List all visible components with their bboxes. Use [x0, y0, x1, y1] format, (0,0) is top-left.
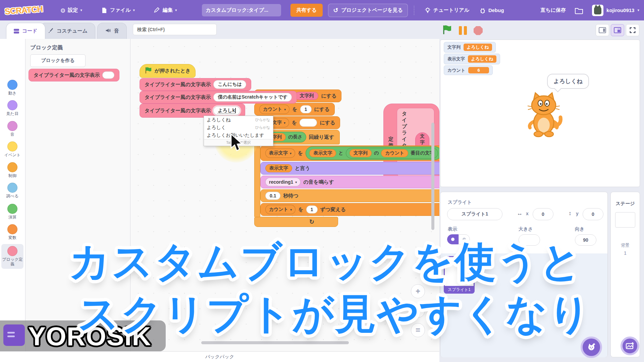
- overlay-caption-line2: スクリプトが見やすくなり: [78, 287, 591, 342]
- block-argument-slot[interactable]: [102, 71, 114, 79]
- share-button[interactable]: 共有する: [290, 4, 323, 17]
- overlay-caption-line1: カスタムブロックを使うと: [69, 235, 582, 290]
- category-color-dot: [7, 141, 17, 152]
- folder-icon[interactable]: [575, 7, 583, 14]
- make-block-button[interactable]: ブロックを作る: [30, 54, 86, 67]
- palette-header: ブロック定義: [30, 44, 63, 51]
- tab-bar: コード コスチューム 音: [0, 20, 439, 39]
- text-argument-editing[interactable]: よろしk: [213, 106, 240, 115]
- sound-dropdown[interactable]: recording1▾: [265, 178, 301, 186]
- category-events[interactable]: イベント: [1, 141, 23, 158]
- variable-dropdown[interactable]: カウント▾: [259, 105, 289, 114]
- account-menu[interactable]: kojirou0913 ▾: [592, 0, 639, 20]
- debug-menu[interactable]: Debug: [475, 0, 508, 20]
- category-sensing[interactable]: 調べる: [1, 183, 23, 199]
- stop-button[interactable]: [474, 26, 483, 35]
- size-label: 大きさ: [519, 226, 533, 232]
- stage-selector[interactable]: ステージ 背景 1: [610, 192, 640, 357]
- value-input[interactable]: [300, 119, 317, 127]
- variable-reporter[interactable]: 表示文字: [265, 164, 292, 172]
- category-color-dot: [7, 100, 17, 110]
- chevron-down-icon: ▾: [133, 8, 135, 12]
- edit-menu[interactable]: 編集 ▾: [150, 0, 181, 20]
- wait-block[interactable]: 0.1 秒待つ: [260, 189, 439, 202]
- y-input[interactable]: 0: [583, 208, 603, 220]
- tab-code[interactable]: コード: [6, 23, 45, 39]
- vertical-scrollbar[interactable]: [431, 123, 434, 230]
- backpack-bar[interactable]: バックパック: [0, 351, 439, 362]
- save-now-link[interactable]: 直ちに保存: [540, 0, 566, 20]
- project-title-input[interactable]: カスタムブロック:タイプ...: [202, 4, 281, 16]
- fullscreen-button[interactable]: [626, 24, 639, 36]
- variable-dropdown[interactable]: 表示文字▾: [265, 148, 295, 158]
- large-stage-button[interactable]: [611, 24, 624, 36]
- variable-reporter[interactable]: 表示文字: [309, 149, 336, 157]
- param-reporter[interactable]: 文字列: [295, 92, 318, 100]
- small-stage-button[interactable]: [596, 24, 609, 36]
- category-sound[interactable]: 音: [1, 121, 23, 137]
- value-input[interactable]: 1: [300, 105, 312, 113]
- value-input[interactable]: 0.1: [265, 192, 280, 200]
- sprite-name-input[interactable]: スプライト1: [447, 208, 502, 220]
- text-caret: [235, 108, 236, 113]
- ime-candidate[interactable]: よろしくねひらがな: [204, 116, 273, 124]
- ime-candidate[interactable]: よろしくひらがな: [204, 124, 273, 131]
- set-variable-block[interactable]: カウント▾ を 1 にする: [254, 103, 335, 116]
- variable-reporter[interactable]: カウント: [381, 149, 408, 157]
- speaker-icon: [105, 27, 111, 35]
- tab-sounds[interactable]: 音: [97, 23, 127, 39]
- project-page-button[interactable]: ↺ プロジェクトページを見る: [328, 4, 408, 17]
- variable-monitor[interactable]: 文字列 よろしくね: [444, 42, 496, 53]
- text-argument[interactable]: こんにちは: [213, 80, 246, 89]
- tutorials-menu[interactable]: チュートリアル: [420, 0, 473, 20]
- x-input[interactable]: 0: [533, 208, 553, 220]
- palette-custom-block[interactable]: タイプライター風の文字表示: [29, 69, 119, 81]
- y-label: y: [576, 211, 579, 216]
- say-block[interactable]: 表示文字 と言う: [260, 162, 439, 175]
- category-variables[interactable]: 変数: [1, 224, 23, 240]
- loop-arrow-icon: ↻: [309, 218, 314, 226]
- category-control[interactable]: 制御: [1, 162, 23, 178]
- cat-plus-icon: [587, 343, 596, 352]
- play-sound-block[interactable]: recording1▾ の音を鳴らす: [260, 176, 439, 188]
- text-argument[interactable]: 僕の名前はScratchキャットです: [213, 93, 292, 102]
- custom-block-call[interactable]: タイプライター風の文字表示 こんにちは: [140, 78, 251, 91]
- repeat-block[interactable]: 文字列 の長さ 回繰り返す 表示文字▾ を 表示文字 と 文字列: [254, 130, 439, 227]
- variable-monitor[interactable]: 表示文字 よろしくね: [444, 54, 500, 64]
- flag-clicked-hat-block[interactable]: が押されたとき: [140, 64, 196, 78]
- pencil-icon: [154, 7, 160, 14]
- scratch-logo[interactable]: SCRATCH: [4, 4, 43, 16]
- pause-button[interactable]: [459, 26, 467, 35]
- category-operators[interactable]: 演算: [1, 204, 23, 220]
- add-backdrop-button[interactable]: [621, 337, 639, 355]
- category-color-dot: [7, 80, 17, 90]
- cat-sprite[interactable]: [524, 92, 565, 140]
- file-menu[interactable]: ファイル ▾: [97, 0, 139, 20]
- settings-menu[interactable]: ⚙ 設定 ▾: [56, 0, 86, 20]
- category-color-dot: [7, 121, 17, 131]
- join-reporter[interactable]: 表示文字 と 文字列 の カウント 番目の文字: [306, 146, 439, 160]
- change-variable-block[interactable]: カウント▾ を 1 ずつ変える: [260, 203, 439, 216]
- variable-monitor[interactable]: カウント 6: [444, 65, 493, 75]
- gear-icon: ⚙: [60, 7, 65, 14]
- category-motion[interactable]: 動き: [1, 80, 23, 96]
- green-flag-button[interactable]: [442, 25, 452, 36]
- value-input[interactable]: 1: [306, 205, 318, 214]
- search-input[interactable]: [133, 24, 217, 35]
- sprite-header: スプライト: [448, 199, 472, 205]
- backdrop-thumbnail[interactable]: [615, 212, 635, 228]
- variable-dropdown[interactable]: カウント▾: [265, 205, 296, 214]
- variable-reporter[interactable]: 文字列: [350, 149, 372, 157]
- letter-of-reporter[interactable]: 文字列 の カウント 番目の文字: [346, 148, 438, 159]
- tab-costumes[interactable]: コスチューム: [40, 23, 95, 39]
- category-my-blocks[interactable]: ブロック定義: [1, 244, 23, 269]
- custom-block-call[interactable]: タイプライター風の文字表示 僕の名前はScratchキャットです: [140, 91, 297, 104]
- chevron-down-icon: ▾: [284, 108, 286, 111]
- stage-controls: [442, 25, 483, 36]
- set-variable-block[interactable]: 表示文字▾ を 表示文字 と 文字列 の カウント 番目の文字: [260, 145, 439, 161]
- category-looks[interactable]: 見た目: [1, 100, 23, 116]
- category-color-dot: [7, 183, 17, 193]
- stage[interactable]: 文字列 よろしくね 表示文字 よろしくね カウント 6: [440, 40, 640, 187]
- monitor-value: よろしくね: [468, 55, 496, 63]
- brush-icon: [48, 27, 54, 35]
